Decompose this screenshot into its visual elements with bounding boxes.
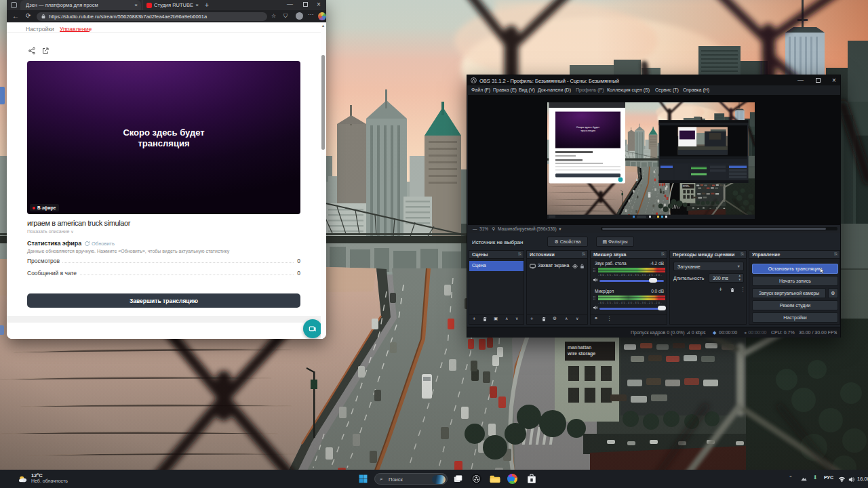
svg-text:трансляция: трансляция xyxy=(580,129,595,132)
